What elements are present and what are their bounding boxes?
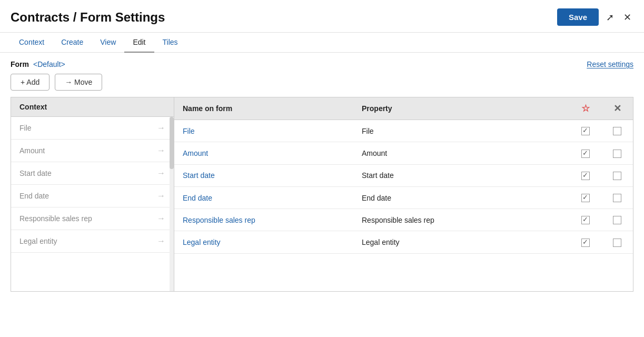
star-checkbox[interactable]	[581, 216, 590, 224]
star-checkbox[interactable]	[581, 127, 590, 135]
arrow-icon: →	[157, 146, 165, 155]
form-table-panel: Name on form Property ☆ ✕ File File	[174, 97, 633, 292]
cross-checkbox[interactable]	[613, 172, 621, 180]
toolbar-left: Form <Default>	[11, 60, 65, 68]
arrow-icon: →	[157, 123, 165, 133]
page-header: Contracts / Form Settings Save ➚ ✕	[0, 0, 644, 33]
table-cell-property: Responsible sales rep	[353, 209, 570, 231]
form-table: Name on form Property ☆ ✕ File File	[174, 97, 633, 254]
table-cell-star[interactable]	[570, 186, 601, 209]
row-name-link[interactable]: Amount	[183, 149, 208, 157]
table-row: Legal entity Legal entity	[174, 231, 633, 253]
cross-icon: ✕	[613, 103, 621, 114]
form-default-value[interactable]: <Default>	[33, 60, 65, 68]
table-row: File File	[174, 120, 633, 142]
list-item-label: Start date	[19, 169, 52, 177]
arrow-icon: →	[157, 214, 165, 223]
list-item-label: Responsible sales rep	[19, 214, 92, 223]
tab-tiles[interactable]: Tiles	[154, 33, 186, 53]
table-cell-name: Legal entity	[174, 231, 353, 253]
star-checkbox[interactable]	[581, 239, 590, 247]
form-toolbar: Form <Default> Reset settings	[0, 53, 644, 74]
arrow-icon: →	[157, 236, 165, 246]
cross-checkbox[interactable]	[613, 150, 621, 158]
list-item[interactable]: Responsible sales rep →	[11, 207, 174, 230]
table-cell-name: File	[174, 120, 353, 142]
table-cell-property: Start date	[353, 164, 570, 186]
main-content: Context File → Amount → Start date → End…	[0, 97, 644, 302]
table-cell-cross[interactable]	[601, 231, 633, 253]
table-cell-name: Responsible sales rep	[174, 209, 353, 231]
table-cell-property: End date	[353, 186, 570, 209]
close-icon[interactable]: ✕	[621, 9, 633, 25]
scrollbar-thumb[interactable]	[170, 117, 174, 169]
table-cell-cross[interactable]	[601, 142, 633, 164]
table-cell-star[interactable]	[570, 231, 601, 253]
list-item[interactable]: Legal entity →	[11, 230, 174, 253]
arrow-icon: →	[157, 191, 165, 201]
cross-checkbox[interactable]	[613, 239, 621, 247]
cross-checkbox[interactable]	[613, 194, 621, 202]
row-name-link[interactable]: End date	[183, 194, 212, 202]
row-name-link[interactable]: File	[183, 127, 195, 135]
col-header-star: ☆	[570, 97, 601, 120]
table-row: End date End date	[174, 186, 633, 209]
add-button[interactable]: + Add	[11, 74, 49, 91]
toolbar-right: Reset settings	[587, 60, 633, 68]
row-name-link[interactable]: Legal entity	[183, 238, 221, 246]
tab-edit[interactable]: Edit	[124, 33, 154, 53]
tab-create[interactable]: Create	[53, 33, 92, 53]
table-row: Start date Start date	[174, 164, 633, 186]
table-cell-cross[interactable]	[601, 164, 633, 186]
cross-checkbox[interactable]	[613, 216, 621, 224]
table-cell-property: File	[353, 120, 570, 142]
list-item[interactable]: End date →	[11, 185, 174, 207]
context-panel: Context File → Amount → Start date → End…	[11, 97, 174, 292]
star-checkbox[interactable]	[581, 194, 590, 202]
col-header-name-on-form: Name on form	[174, 97, 353, 120]
tab-context[interactable]: Context	[11, 33, 53, 53]
expand-icon[interactable]: ➚	[604, 9, 616, 25]
arrow-icon: →	[157, 168, 165, 178]
table-cell-name: Amount	[174, 142, 353, 164]
row-name-link[interactable]: Start date	[183, 171, 215, 180]
star-checkbox[interactable]	[581, 150, 590, 158]
table-cell-property: Legal entity	[353, 231, 570, 253]
actions-row: + Add → Move	[0, 74, 644, 97]
table-cell-star[interactable]	[570, 142, 601, 164]
row-name-link[interactable]: Responsible sales rep	[183, 216, 255, 224]
save-button[interactable]: Save	[557, 8, 599, 26]
star-icon: ☆	[581, 103, 590, 114]
cross-checkbox[interactable]	[613, 127, 621, 135]
col-header-cross: ✕	[601, 97, 633, 120]
table-cell-cross[interactable]	[601, 120, 633, 142]
context-panel-body: File → Amount → Start date → End date → …	[11, 117, 174, 291]
table-cell-name: End date	[174, 186, 353, 209]
list-item[interactable]: Start date →	[11, 162, 174, 185]
table-cell-cross[interactable]	[601, 186, 633, 209]
table-cell-star[interactable]	[570, 164, 601, 186]
move-button[interactable]: → Move	[55, 74, 102, 91]
list-item[interactable]: File →	[11, 117, 174, 140]
table-cell-name: Start date	[174, 164, 353, 186]
list-item-label: Legal entity	[19, 237, 57, 245]
list-item-label: Amount	[19, 146, 45, 155]
context-panel-header: Context	[11, 97, 174, 117]
tab-bar: Context Create View Edit Tiles	[0, 33, 644, 53]
page-title: Contracts / Form Settings	[11, 10, 165, 25]
list-item[interactable]: Amount →	[11, 140, 174, 162]
table-cell-star[interactable]	[570, 120, 601, 142]
star-checkbox[interactable]	[581, 172, 590, 180]
table-cell-star[interactable]	[570, 209, 601, 231]
tab-view[interactable]: View	[92, 33, 124, 53]
table-cell-cross[interactable]	[601, 209, 633, 231]
header-actions: Save ➚ ✕	[557, 8, 633, 26]
col-header-property: Property	[353, 97, 570, 120]
table-cell-property: Amount	[353, 142, 570, 164]
table-row: Amount Amount	[174, 142, 633, 164]
scrollbar-track[interactable]	[170, 117, 174, 291]
reset-settings-button[interactable]: Reset settings	[587, 60, 633, 68]
list-item-label: End date	[19, 192, 49, 200]
list-item-label: File	[19, 124, 32, 132]
form-label: Form	[11, 60, 29, 68]
